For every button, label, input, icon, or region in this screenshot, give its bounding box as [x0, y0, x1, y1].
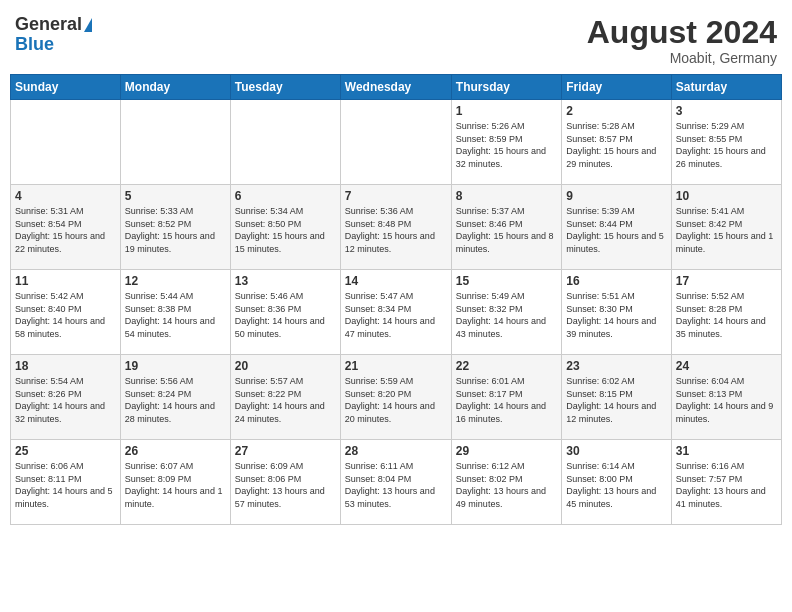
day-number: 24	[676, 359, 777, 373]
day-info: Sunrise: 5:33 AMSunset: 8:52 PMDaylight:…	[125, 205, 226, 255]
day-number: 13	[235, 274, 336, 288]
day-number: 31	[676, 444, 777, 458]
calendar-cell: 12Sunrise: 5:44 AMSunset: 8:38 PMDayligh…	[120, 270, 230, 355]
day-number: 22	[456, 359, 557, 373]
calendar-cell: 31Sunrise: 6:16 AMSunset: 7:57 PMDayligh…	[671, 440, 781, 525]
calendar-cell: 26Sunrise: 6:07 AMSunset: 8:09 PMDayligh…	[120, 440, 230, 525]
day-number: 29	[456, 444, 557, 458]
day-info: Sunrise: 5:34 AMSunset: 8:50 PMDaylight:…	[235, 205, 336, 255]
day-info: Sunrise: 5:44 AMSunset: 8:38 PMDaylight:…	[125, 290, 226, 340]
col-header-wednesday: Wednesday	[340, 75, 451, 100]
calendar-cell: 9Sunrise: 5:39 AMSunset: 8:44 PMDaylight…	[562, 185, 671, 270]
day-number: 27	[235, 444, 336, 458]
calendar-cell: 23Sunrise: 6:02 AMSunset: 8:15 PMDayligh…	[562, 355, 671, 440]
logo: General Blue	[15, 15, 92, 55]
calendar-cell: 11Sunrise: 5:42 AMSunset: 8:40 PMDayligh…	[11, 270, 121, 355]
calendar-cell: 3Sunrise: 5:29 AMSunset: 8:55 PMDaylight…	[671, 100, 781, 185]
day-info: Sunrise: 5:54 AMSunset: 8:26 PMDaylight:…	[15, 375, 116, 425]
day-info: Sunrise: 5:49 AMSunset: 8:32 PMDaylight:…	[456, 290, 557, 340]
day-number: 17	[676, 274, 777, 288]
day-info: Sunrise: 6:11 AMSunset: 8:04 PMDaylight:…	[345, 460, 447, 510]
calendar-cell: 18Sunrise: 5:54 AMSunset: 8:26 PMDayligh…	[11, 355, 121, 440]
day-number: 19	[125, 359, 226, 373]
calendar-cell: 24Sunrise: 6:04 AMSunset: 8:13 PMDayligh…	[671, 355, 781, 440]
day-number: 16	[566, 274, 666, 288]
day-info: Sunrise: 5:37 AMSunset: 8:46 PMDaylight:…	[456, 205, 557, 255]
calendar-cell	[11, 100, 121, 185]
day-number: 26	[125, 444, 226, 458]
day-number: 28	[345, 444, 447, 458]
day-info: Sunrise: 6:04 AMSunset: 8:13 PMDaylight:…	[676, 375, 777, 425]
day-number: 14	[345, 274, 447, 288]
day-number: 18	[15, 359, 116, 373]
calendar-table: SundayMondayTuesdayWednesdayThursdayFrid…	[10, 74, 782, 525]
col-header-saturday: Saturday	[671, 75, 781, 100]
day-number: 9	[566, 189, 666, 203]
logo-icon	[84, 18, 92, 32]
day-number: 23	[566, 359, 666, 373]
day-number: 4	[15, 189, 116, 203]
day-number: 2	[566, 104, 666, 118]
calendar-cell: 21Sunrise: 5:59 AMSunset: 8:20 PMDayligh…	[340, 355, 451, 440]
day-info: Sunrise: 6:01 AMSunset: 8:17 PMDaylight:…	[456, 375, 557, 425]
calendar-cell	[230, 100, 340, 185]
calendar-cell: 25Sunrise: 6:06 AMSunset: 8:11 PMDayligh…	[11, 440, 121, 525]
day-info: Sunrise: 5:51 AMSunset: 8:30 PMDaylight:…	[566, 290, 666, 340]
col-header-friday: Friday	[562, 75, 671, 100]
calendar-cell: 16Sunrise: 5:51 AMSunset: 8:30 PMDayligh…	[562, 270, 671, 355]
day-number: 11	[15, 274, 116, 288]
col-header-monday: Monday	[120, 75, 230, 100]
calendar-cell: 27Sunrise: 6:09 AMSunset: 8:06 PMDayligh…	[230, 440, 340, 525]
logo-general-text: General	[15, 15, 82, 35]
day-number: 7	[345, 189, 447, 203]
calendar-cell: 19Sunrise: 5:56 AMSunset: 8:24 PMDayligh…	[120, 355, 230, 440]
day-number: 3	[676, 104, 777, 118]
day-info: Sunrise: 5:47 AMSunset: 8:34 PMDaylight:…	[345, 290, 447, 340]
calendar-cell: 29Sunrise: 6:12 AMSunset: 8:02 PMDayligh…	[451, 440, 561, 525]
calendar-cell: 28Sunrise: 6:11 AMSunset: 8:04 PMDayligh…	[340, 440, 451, 525]
col-header-tuesday: Tuesday	[230, 75, 340, 100]
calendar-cell: 6Sunrise: 5:34 AMSunset: 8:50 PMDaylight…	[230, 185, 340, 270]
calendar-cell: 15Sunrise: 5:49 AMSunset: 8:32 PMDayligh…	[451, 270, 561, 355]
calendar-week-1: 1Sunrise: 5:26 AMSunset: 8:59 PMDaylight…	[11, 100, 782, 185]
day-info: Sunrise: 6:16 AMSunset: 7:57 PMDaylight:…	[676, 460, 777, 510]
title-section: August 2024 Moabit, Germany	[587, 15, 777, 66]
calendar-cell: 5Sunrise: 5:33 AMSunset: 8:52 PMDaylight…	[120, 185, 230, 270]
col-header-sunday: Sunday	[11, 75, 121, 100]
day-number: 20	[235, 359, 336, 373]
day-number: 6	[235, 189, 336, 203]
day-info: Sunrise: 5:46 AMSunset: 8:36 PMDaylight:…	[235, 290, 336, 340]
day-info: Sunrise: 5:26 AMSunset: 8:59 PMDaylight:…	[456, 120, 557, 170]
location: Moabit, Germany	[587, 50, 777, 66]
page-header: General Blue August 2024 Moabit, Germany	[10, 10, 782, 66]
day-number: 10	[676, 189, 777, 203]
logo-blue-text: Blue	[15, 35, 54, 55]
day-info: Sunrise: 5:59 AMSunset: 8:20 PMDaylight:…	[345, 375, 447, 425]
day-number: 12	[125, 274, 226, 288]
day-info: Sunrise: 6:02 AMSunset: 8:15 PMDaylight:…	[566, 375, 666, 425]
calendar-cell: 1Sunrise: 5:26 AMSunset: 8:59 PMDaylight…	[451, 100, 561, 185]
day-info: Sunrise: 5:42 AMSunset: 8:40 PMDaylight:…	[15, 290, 116, 340]
calendar-cell: 4Sunrise: 5:31 AMSunset: 8:54 PMDaylight…	[11, 185, 121, 270]
calendar-cell	[120, 100, 230, 185]
calendar-cell: 14Sunrise: 5:47 AMSunset: 8:34 PMDayligh…	[340, 270, 451, 355]
day-info: Sunrise: 5:41 AMSunset: 8:42 PMDaylight:…	[676, 205, 777, 255]
calendar-cell: 13Sunrise: 5:46 AMSunset: 8:36 PMDayligh…	[230, 270, 340, 355]
month-title: August 2024	[587, 15, 777, 50]
calendar-week-5: 25Sunrise: 6:06 AMSunset: 8:11 PMDayligh…	[11, 440, 782, 525]
day-info: Sunrise: 6:14 AMSunset: 8:00 PMDaylight:…	[566, 460, 666, 510]
day-info: Sunrise: 5:28 AMSunset: 8:57 PMDaylight:…	[566, 120, 666, 170]
day-info: Sunrise: 6:06 AMSunset: 8:11 PMDaylight:…	[15, 460, 116, 510]
calendar-cell: 7Sunrise: 5:36 AMSunset: 8:48 PMDaylight…	[340, 185, 451, 270]
col-header-thursday: Thursday	[451, 75, 561, 100]
calendar-cell: 2Sunrise: 5:28 AMSunset: 8:57 PMDaylight…	[562, 100, 671, 185]
day-number: 8	[456, 189, 557, 203]
day-number: 5	[125, 189, 226, 203]
day-info: Sunrise: 5:36 AMSunset: 8:48 PMDaylight:…	[345, 205, 447, 255]
calendar-week-2: 4Sunrise: 5:31 AMSunset: 8:54 PMDaylight…	[11, 185, 782, 270]
day-number: 21	[345, 359, 447, 373]
day-number: 30	[566, 444, 666, 458]
day-info: Sunrise: 5:31 AMSunset: 8:54 PMDaylight:…	[15, 205, 116, 255]
day-info: Sunrise: 6:09 AMSunset: 8:06 PMDaylight:…	[235, 460, 336, 510]
calendar-header-row: SundayMondayTuesdayWednesdayThursdayFrid…	[11, 75, 782, 100]
